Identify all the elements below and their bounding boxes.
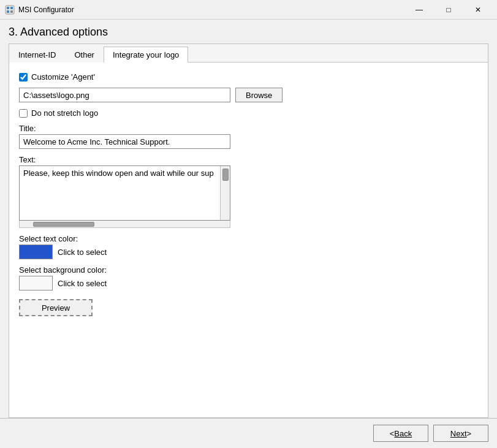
- text-textarea-container: Please, keep this window open and wait w…: [19, 165, 230, 221]
- bg-color-click-label[interactable]: Click to select: [58, 279, 107, 288]
- logo-path-input[interactable]: [19, 88, 230, 102]
- bg-color-label: Select background color:: [19, 265, 478, 275]
- text-textarea[interactable]: Please, keep this window open and wait w…: [20, 166, 220, 210]
- tab-internet-id[interactable]: Internet-ID: [9, 47, 65, 63]
- next-button[interactable]: Next >: [433, 425, 488, 442]
- vertical-scrollbar[interactable]: [220, 166, 230, 220]
- bg-color-swatch[interactable]: [19, 276, 53, 290]
- tab-bar: Internet-ID Other Integrate your logo: [9, 44, 488, 63]
- tab-integrate-logo[interactable]: Integrate your logo: [104, 47, 188, 63]
- browse-button[interactable]: Browse: [235, 88, 283, 102]
- title-field-group: Title:: [19, 124, 478, 149]
- no-stretch-label[interactable]: Do not stretch logo: [31, 108, 98, 118]
- maximize-button[interactable]: □: [434, 4, 463, 16]
- back-label: Back: [394, 429, 412, 438]
- bottom-bar: < Back Next >: [0, 418, 497, 448]
- text-color-swatch[interactable]: [19, 245, 53, 259]
- window-title: MSI Configurator: [18, 6, 405, 14]
- tab-container: Internet-ID Other Integrate your logo Cu…: [9, 44, 488, 418]
- close-button[interactable]: ✕: [464, 4, 492, 16]
- bg-color-group: Select background color: Click to select: [19, 265, 478, 290]
- minimize-button[interactable]: —: [405, 4, 433, 16]
- logo-file-row: Browse: [19, 88, 478, 102]
- text-label: Text:: [19, 155, 478, 164]
- svg-rect-3: [7, 10, 9, 13]
- preview-row: Preview: [19, 297, 478, 316]
- tab-other[interactable]: Other: [65, 47, 104, 63]
- page-title: 3. Advanced options: [0, 20, 497, 44]
- window-controls: — □ ✕: [405, 4, 492, 16]
- back-arrow: <: [390, 429, 395, 438]
- scrollbar-thumb-h: [33, 222, 94, 227]
- customize-checkbox-row: Customize 'Agent': [19, 72, 478, 82]
- text-color-label: Select text color:: [19, 234, 478, 243]
- title-label: Title:: [19, 124, 478, 133]
- next-label: Next: [450, 429, 467, 438]
- back-button[interactable]: < Back: [373, 425, 428, 442]
- horizontal-scrollbar[interactable]: [19, 221, 230, 228]
- customize-checkbox[interactable]: [19, 73, 28, 82]
- next-arrow: >: [467, 429, 472, 438]
- app-icon: [5, 5, 15, 15]
- main-content: Internet-ID Other Integrate your logo Cu…: [0, 44, 497, 418]
- text-color-row: Click to select: [19, 245, 478, 259]
- no-stretch-checkbox[interactable]: [19, 109, 28, 118]
- svg-rect-2: [10, 7, 13, 9]
- title-bar: MSI Configurator — □ ✕: [0, 0, 497, 20]
- bg-color-row: Click to select: [19, 276, 478, 290]
- tab-content-integrate-logo: Customize 'Agent' Browse Do not stretch …: [9, 63, 488, 417]
- svg-rect-1: [7, 7, 9, 9]
- title-input[interactable]: [19, 134, 230, 149]
- no-stretch-row: Do not stretch logo: [19, 108, 478, 118]
- text-color-click-label[interactable]: Click to select: [58, 248, 107, 257]
- text-color-group: Select text color: Click to select: [19, 234, 478, 259]
- text-field-group: Text: Please, keep this window open and …: [19, 155, 478, 228]
- customize-checkbox-label[interactable]: Customize 'Agent': [31, 72, 95, 82]
- svg-rect-4: [10, 10, 13, 13]
- preview-button[interactable]: Preview: [19, 299, 93, 316]
- scrollbar-thumb-v: [222, 169, 229, 181]
